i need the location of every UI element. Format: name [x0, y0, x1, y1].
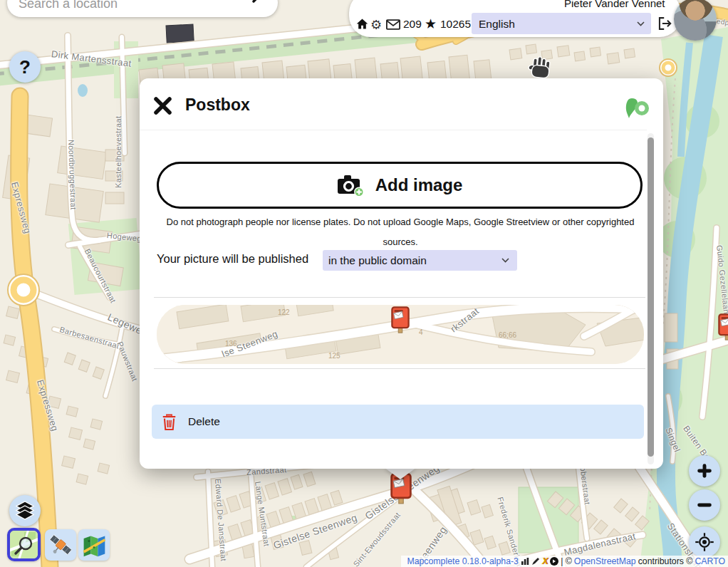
edit-pen-icon[interactable] — [531, 557, 540, 566]
settings-gear-icon[interactable]: ⚙ — [370, 17, 382, 33]
carto-link[interactable]: CARTO — [695, 556, 725, 566]
crosshair-icon — [694, 531, 715, 553]
housenumber-label: 122 — [278, 308, 290, 316]
help-button[interactable]: ? — [9, 51, 41, 83]
background-layer-osm-button[interactable] — [7, 528, 41, 561]
search-input[interactable] — [17, 0, 255, 16]
add-image-button[interactable]: Add image — [157, 162, 643, 209]
stats-icon[interactable] — [521, 557, 529, 566]
folded-map-icon — [81, 532, 107, 558]
add-image-label: Add image — [375, 175, 463, 195]
attribution-bar: Mapcomplete 0.18.0-alpha-3 X | © OpenStr… — [401, 556, 728, 567]
attribution-contributors: contributors © — [638, 556, 693, 566]
logout-icon[interactable] — [657, 16, 672, 31]
star-icon[interactable]: ★ — [425, 16, 437, 32]
geolocate-button[interactable] — [689, 526, 720, 558]
hand-cursor-icon — [527, 54, 554, 83]
postbox-popup: Postbox Add image Do not photograph peop… — [140, 78, 663, 469]
mapcomplete-version-link[interactable]: Mapcomplete 0.18.0-alpha-3 — [407, 556, 519, 566]
delete-button[interactable]: Delete — [152, 405, 644, 439]
layers-icon — [15, 501, 35, 521]
search-bar — [7, 0, 278, 17]
delete-label: Delete — [188, 415, 220, 428]
mapcomplete-logo-icon — [625, 95, 650, 121]
messages-envelope-icon[interactable] — [386, 19, 400, 30]
divider — [154, 297, 645, 298]
image-upload-caption: Do not photograph people nor license pla… — [164, 212, 637, 252]
camera-plus-icon — [337, 174, 365, 197]
scrollbar-thumb[interactable] — [648, 137, 654, 457]
license-select[interactable]: in the public domain — [323, 250, 517, 271]
zoom-out-button[interactable] — [689, 489, 720, 521]
background-layer-map-button[interactable] — [78, 529, 110, 561]
feature-minimap[interactable]: 122136125466;66lse Steenwegrkstraat — [157, 305, 644, 364]
header-divider — [140, 130, 647, 130]
osm-map-thumbnail-icon — [10, 531, 38, 558]
layers-button[interactable] — [9, 495, 41, 526]
osm-link[interactable]: OpenStreetMap — [574, 556, 636, 566]
close-icon[interactable] — [153, 96, 172, 115]
plus-icon — [695, 461, 714, 481]
home-icon[interactable] — [356, 18, 368, 30]
minus-icon — [695, 495, 714, 515]
background-layer-satellite-button[interactable] — [45, 529, 76, 561]
street-label: rkstraat — [448, 306, 481, 334]
popup-tail — [384, 467, 417, 479]
divider — [154, 368, 645, 369]
messages-count[interactable]: 209 — [403, 18, 422, 31]
changesets-count[interactable]: 10265 — [440, 18, 471, 31]
housenumber-label: 4 — [419, 328, 423, 336]
language-select[interactable]: English — [472, 13, 651, 34]
josm-icon[interactable]: X — [542, 556, 548, 566]
mapcomplete-app: Dirk MartensstraatExpresswegNoordbrugges… — [0, 0, 728, 567]
zoom-in-button[interactable] — [689, 455, 720, 487]
trash-icon — [162, 413, 177, 431]
help-question-label: ? — [19, 56, 31, 78]
search-icon[interactable] — [251, 0, 271, 4]
housenumber-label: 66;66 — [499, 331, 516, 339]
round-arrow-icon[interactable] — [550, 557, 558, 566]
license-prefix-label: Your picture will be published — [157, 252, 308, 266]
housenumber-label: 125 — [328, 352, 340, 360]
satellite-icon — [48, 532, 73, 558]
username-label: Pieter Vander Vennet — [564, 0, 665, 9]
postbox-marker-minimap — [391, 306, 410, 334]
popup-title: Postbox — [185, 95, 250, 115]
attribution-separator: | © — [561, 556, 572, 566]
postbox-marker-edge[interactable] — [718, 313, 728, 341]
